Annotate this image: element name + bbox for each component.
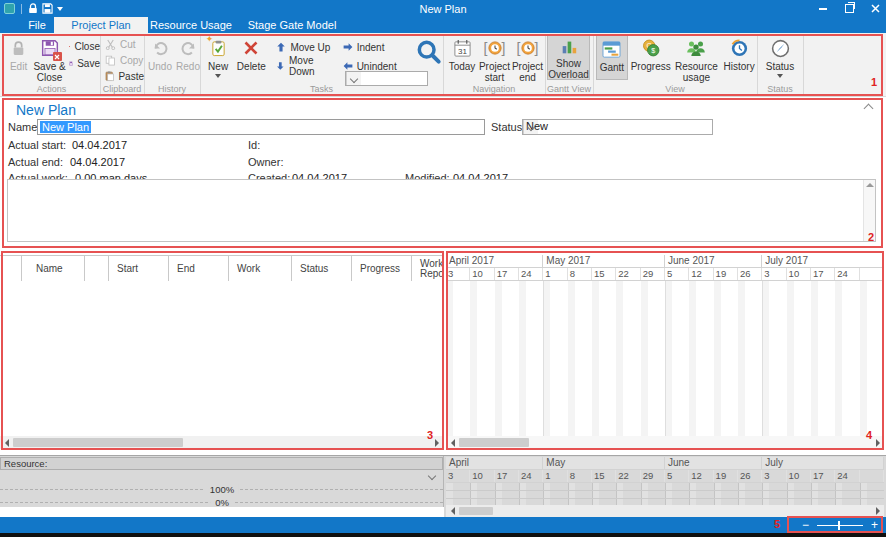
timeline-week-label: 12 xyxy=(689,470,713,482)
grid-vline xyxy=(641,483,642,506)
compass-icon xyxy=(771,37,790,59)
scrollbar-thumb[interactable] xyxy=(459,507,493,515)
move-up-button[interactable]: Move Up xyxy=(274,40,334,54)
zoom-out-button[interactable]: − xyxy=(802,520,809,530)
task-column-header-blank[interactable] xyxy=(85,256,109,282)
restore-icon xyxy=(845,4,854,13)
save-button[interactable]: Save xyxy=(67,56,100,70)
window-bottom-edge xyxy=(0,533,886,537)
grid-vline xyxy=(738,483,739,506)
weekend-stripe xyxy=(714,483,721,506)
ribbon-group-history: Undo Redo History xyxy=(144,34,201,94)
task-column-header-end[interactable]: End xyxy=(169,256,229,282)
ribbon-group-navigation: 31 Today [ ] Project start [ xyxy=(443,34,546,94)
gantt-hscrollbar[interactable] xyxy=(446,436,884,449)
zoom-control: − + xyxy=(802,517,878,533)
ribbon-group-tasks: ✦ New Delete Move Up xyxy=(200,34,444,94)
scroll-right-button[interactable] xyxy=(871,436,884,449)
cut-button[interactable]: Cut xyxy=(103,37,144,51)
ribbon-group-clipboard: Cut Copy Paste Clipboard xyxy=(100,34,145,94)
resource-usage-button[interactable]: Resource usage xyxy=(674,34,720,83)
move-down-button[interactable]: Move Down xyxy=(274,59,334,73)
scrollbar-thumb[interactable] xyxy=(459,438,529,447)
today-button[interactable]: 31 Today xyxy=(446,34,478,83)
description-textarea[interactable] xyxy=(7,179,876,242)
undo-button[interactable]: Undo xyxy=(148,34,172,72)
copy-button[interactable]: Copy xyxy=(103,53,144,67)
timeline-week-label: 1 xyxy=(543,470,567,482)
name-input[interactable]: New Plan xyxy=(37,119,485,135)
paste-button[interactable]: Paste xyxy=(103,69,144,83)
scroll-left-button[interactable] xyxy=(446,436,459,449)
ribbon-group-status: Status Status xyxy=(757,34,804,94)
weekend-stripe xyxy=(689,483,696,506)
timeline-week-label: 12 xyxy=(689,268,713,280)
tab-resource-usage[interactable]: Resource Usage xyxy=(138,17,244,33)
resource-dropdown-icon[interactable] xyxy=(428,472,436,480)
indent-button[interactable]: Indent xyxy=(341,40,399,54)
task-column-header-status[interactable]: Status xyxy=(292,256,352,282)
scrollbar-thumb[interactable] xyxy=(13,438,183,447)
people-icon xyxy=(685,37,707,59)
task-column-header-progress[interactable]: Progress xyxy=(352,256,412,282)
arrow-up-icon xyxy=(276,42,286,52)
resource-usage-grid[interactable] xyxy=(446,483,884,506)
weekend-stripe xyxy=(738,483,745,506)
delete-task-button[interactable]: Delete xyxy=(236,34,266,78)
resource-hscrollbar[interactable] xyxy=(446,505,884,517)
timeline-week-label: 26 xyxy=(738,268,762,280)
gantt-canvas[interactable] xyxy=(446,281,884,436)
weekend-stripe xyxy=(835,483,842,506)
redo-button[interactable]: Redo xyxy=(176,34,200,72)
restore-button[interactable] xyxy=(842,2,856,16)
edit-button[interactable]: Edit xyxy=(5,34,32,83)
scroll-right-button[interactable] xyxy=(871,505,884,518)
arrow-right-icon xyxy=(343,42,353,52)
close-button[interactable]: Close xyxy=(67,39,100,53)
close-window-button[interactable] xyxy=(868,2,882,16)
task-column-header-start[interactable]: Start xyxy=(109,256,169,282)
task-column-header-work[interactable]: Work xyxy=(229,256,292,282)
window-title: New Plan xyxy=(0,3,886,15)
task-column-header-name[interactable]: Name xyxy=(22,256,85,282)
minimize-button[interactable] xyxy=(816,2,830,16)
zoom-slider-thumb[interactable] xyxy=(838,521,841,530)
scroll-left-button[interactable] xyxy=(0,436,13,449)
history-view-button[interactable]: History xyxy=(721,34,757,83)
timeline-month-label: May xyxy=(543,457,665,470)
timeline-week-label: 24 xyxy=(519,470,543,482)
status-button[interactable]: Status xyxy=(762,34,798,78)
resource-panel: Resource: 100% 0% April3101724May1815222… xyxy=(0,455,886,517)
save-and-close-button[interactable]: Save & Close xyxy=(32,34,67,83)
month-boundary-line xyxy=(665,281,666,436)
scroll-left-button[interactable] xyxy=(446,505,459,518)
zoom-in-button[interactable]: + xyxy=(871,520,878,530)
show-overload-button[interactable]: Show Overload xyxy=(547,34,590,80)
project-start-clock-icon: [ ] xyxy=(484,37,506,59)
project-end-button[interactable]: [ ] Project end xyxy=(511,34,544,83)
gantt-view-button[interactable]: Gantt xyxy=(596,34,628,80)
task-column-header-blank[interactable] xyxy=(0,256,22,282)
textarea-scrollbar[interactable] xyxy=(863,180,875,241)
status-dropdown[interactable]: New xyxy=(522,119,713,135)
chevron-down-icon xyxy=(350,74,358,82)
project-start-button[interactable]: [ ] Project start xyxy=(478,34,511,83)
group-label-gantt-view: Gantt View xyxy=(545,84,593,94)
task-grid-hscrollbar[interactable] xyxy=(0,436,443,449)
grid-hline xyxy=(446,490,884,491)
ribbon-tab-row: File Project Plan Resource Usage Stage G… xyxy=(0,17,886,33)
tab-stage-gate-model[interactable]: Stage Gate Model xyxy=(234,17,350,33)
tab-project-plan[interactable]: Project Plan xyxy=(54,17,148,33)
collapse-panel-icon[interactable] xyxy=(864,104,874,114)
resource-left-footer xyxy=(0,507,444,517)
progress-button[interactable]: C$ Progress xyxy=(630,34,672,83)
new-task-button[interactable]: ✦ New xyxy=(204,34,232,78)
ribbon-group-view: Gantt C$ Progress Resource usage xyxy=(593,34,758,94)
zoom-slider-track[interactable] xyxy=(817,525,863,526)
timeline-month-label: July xyxy=(762,457,884,470)
weekend-stripe xyxy=(738,281,745,436)
scroll-right-button[interactable] xyxy=(430,436,443,449)
timeline-month: May 201718152229 xyxy=(543,255,665,281)
task-grid-body[interactable] xyxy=(0,281,442,436)
task-column-header-work-reported[interactable]: Work Reported xyxy=(412,256,443,282)
